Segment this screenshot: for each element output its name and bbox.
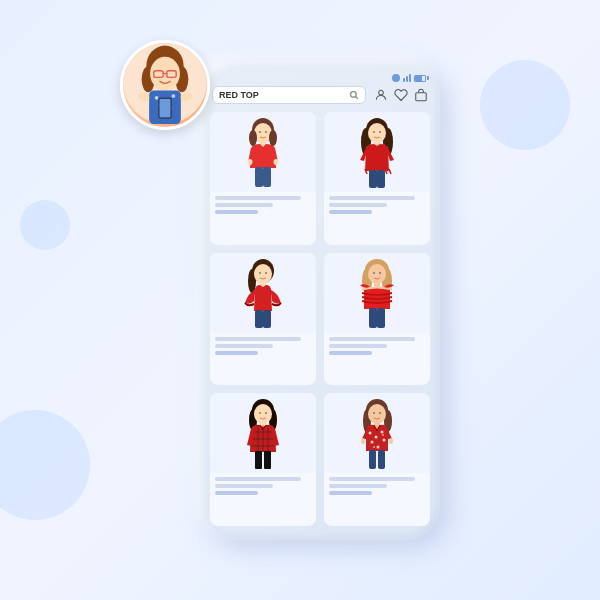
bg-blob-3 <box>20 200 70 250</box>
status-bar <box>210 74 430 86</box>
product-name-line-2 <box>329 196 415 200</box>
svg-rect-57 <box>377 308 385 328</box>
svg-point-41 <box>379 131 381 133</box>
signal-bar-2 <box>406 76 408 82</box>
product-image-6 <box>324 393 430 473</box>
svg-point-49 <box>265 272 267 274</box>
svg-rect-27 <box>255 167 263 187</box>
product-detail-line-1 <box>215 203 273 207</box>
product-card-6[interactable] <box>324 393 430 526</box>
svg-point-93 <box>379 413 381 415</box>
product-image-4 <box>324 253 430 333</box>
product-name-line-1 <box>215 196 301 200</box>
svg-point-85 <box>377 446 380 449</box>
user-icon[interactable] <box>374 88 388 102</box>
status-dot <box>392 74 400 82</box>
product-name-line-3 <box>215 337 301 341</box>
battery-fill <box>415 76 422 81</box>
battery-icon <box>414 75 426 82</box>
svg-point-81 <box>375 436 378 439</box>
svg-point-87 <box>382 434 384 436</box>
svg-rect-72 <box>264 451 271 469</box>
svg-point-82 <box>381 431 384 434</box>
svg-rect-21 <box>416 93 427 101</box>
svg-rect-90 <box>369 450 376 469</box>
svg-point-29 <box>259 131 261 133</box>
svg-point-30 <box>265 131 267 133</box>
svg-point-74 <box>265 413 267 415</box>
product-card-3[interactable] <box>210 253 316 386</box>
product-price-line-6 <box>329 491 372 495</box>
header-icons <box>374 88 428 102</box>
svg-point-58 <box>373 272 375 274</box>
svg-point-83 <box>371 441 374 444</box>
search-input-wrapper[interactable]: RED TOP <box>212 86 366 104</box>
search-bar[interactable]: RED TOP <box>210 86 430 104</box>
product-detail-line-3 <box>215 344 273 348</box>
product-card-5[interactable] <box>210 393 316 526</box>
svg-rect-47 <box>263 310 271 328</box>
svg-point-11 <box>172 94 176 98</box>
heart-icon[interactable] <box>394 88 408 102</box>
svg-point-25 <box>248 159 253 165</box>
svg-point-73 <box>259 413 261 415</box>
svg-rect-38 <box>369 170 377 188</box>
svg-point-89 <box>389 438 393 444</box>
svg-rect-56 <box>369 308 377 328</box>
svg-rect-17 <box>159 99 170 118</box>
product-name-line-4 <box>329 337 415 341</box>
product-card-1[interactable] <box>210 112 316 245</box>
product-info-2 <box>324 192 430 221</box>
signal-bars <box>403 74 411 82</box>
svg-point-92 <box>373 413 375 415</box>
product-info-3 <box>210 333 316 362</box>
svg-line-19 <box>356 97 358 99</box>
svg-point-40 <box>373 131 375 133</box>
product-detail-line-6 <box>329 484 387 488</box>
product-info-4 <box>324 333 430 362</box>
product-name-line-5 <box>215 477 301 481</box>
product-card-2[interactable] <box>324 112 430 245</box>
svg-point-31 <box>249 130 257 146</box>
signal-bar-3 <box>409 74 411 82</box>
svg-point-86 <box>373 446 375 448</box>
svg-point-78 <box>368 404 386 424</box>
product-price-line-3 <box>215 351 258 355</box>
product-image-2 <box>324 112 430 192</box>
product-price-line-1 <box>215 210 258 214</box>
product-info-1 <box>210 192 316 221</box>
svg-point-18 <box>351 92 357 98</box>
search-icon[interactable] <box>349 90 359 100</box>
svg-point-48 <box>259 272 261 274</box>
product-image-1 <box>210 112 316 192</box>
svg-point-36 <box>368 123 386 143</box>
bg-blob-2 <box>0 410 90 520</box>
product-image-3 <box>210 253 316 333</box>
svg-point-53 <box>368 264 386 284</box>
svg-point-84 <box>383 439 386 442</box>
svg-rect-28 <box>263 167 271 187</box>
svg-rect-46 <box>255 310 263 328</box>
product-detail-line-2 <box>329 203 387 207</box>
svg-point-80 <box>369 432 372 435</box>
svg-rect-91 <box>378 450 385 469</box>
product-card-4[interactable] <box>324 253 430 386</box>
svg-point-88 <box>361 438 365 444</box>
product-name-line-6 <box>329 477 415 481</box>
product-detail-line-4 <box>329 344 387 348</box>
product-price-line-2 <box>329 210 372 214</box>
search-query: RED TOP <box>219 90 349 100</box>
svg-rect-71 <box>255 451 262 469</box>
bg-blob-1 <box>480 60 570 150</box>
avatar <box>120 40 210 130</box>
product-price-line-4 <box>329 351 372 355</box>
svg-point-32 <box>269 130 277 146</box>
svg-point-26 <box>274 159 279 165</box>
bag-icon[interactable] <box>414 88 428 102</box>
phone-frame: RED TOP <box>200 60 440 540</box>
svg-point-63 <box>254 404 272 424</box>
product-info-6 <box>324 473 430 502</box>
product-price-line-5 <box>215 491 258 495</box>
product-image-5 <box>210 393 316 473</box>
svg-point-20 <box>379 90 384 95</box>
